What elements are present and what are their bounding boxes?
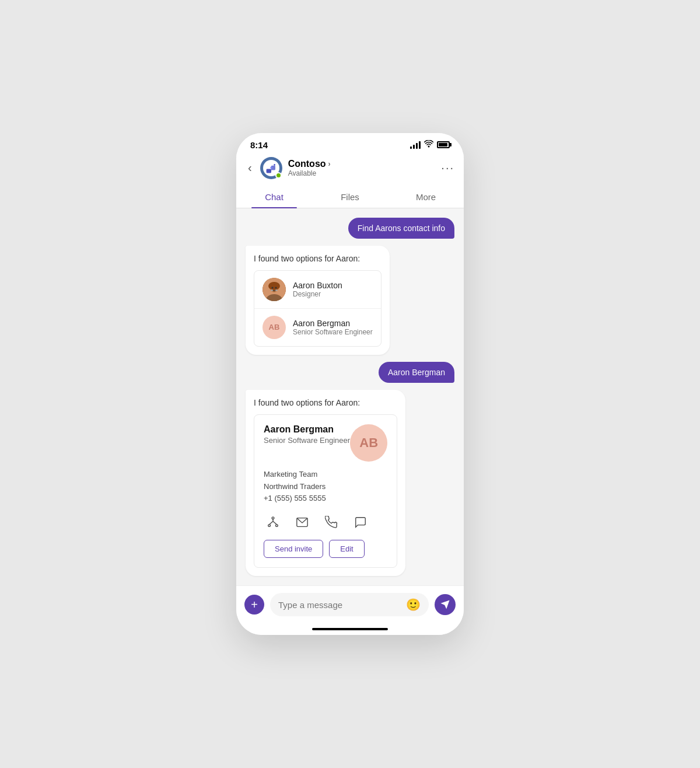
svg-point-12 bbox=[276, 525, 278, 527]
avatar-bergman-small: AB bbox=[262, 316, 286, 339]
large-contact-card: Aaron Bergman Senior Software Engineer A… bbox=[254, 414, 397, 568]
contact-avatar-wrap bbox=[260, 157, 282, 179]
svg-rect-9 bbox=[275, 289, 278, 291]
svg-point-10 bbox=[272, 517, 274, 519]
contact-chevron-icon: › bbox=[328, 160, 331, 168]
large-card-buttons: Send invite Edit bbox=[264, 540, 387, 558]
wifi-icon bbox=[424, 140, 433, 149]
send-invite-button[interactable]: Send invite bbox=[264, 540, 323, 558]
bot-reply-1: I found two options for Aaron: bbox=[246, 246, 390, 355]
large-card-details: Marketing Team Northwind Traders +1 (555… bbox=[264, 469, 387, 505]
contact-status: Available bbox=[288, 169, 331, 177]
large-card-header: Aaron Bergman Senior Software Engineer A… bbox=[264, 424, 387, 462]
tab-files[interactable]: Files bbox=[312, 186, 388, 208]
header: ‹ Contoso bbox=[236, 152, 464, 186]
phone-frame: 8:14 ‹ bbox=[236, 133, 464, 635]
contact-name-wrap: Contoso › Available bbox=[288, 159, 331, 177]
large-card-company: Northwind Traders bbox=[264, 481, 387, 493]
svg-point-6 bbox=[272, 287, 274, 288]
message-bar: + 🙂 bbox=[236, 585, 464, 628]
contact-item-buxton[interactable]: Aaron Buxton Designer bbox=[254, 271, 381, 309]
large-card-role: Senior Software Engineer bbox=[264, 436, 350, 445]
chat-icon[interactable] bbox=[351, 513, 370, 532]
home-bar bbox=[312, 628, 388, 630]
contact-info: Contoso › Available bbox=[260, 157, 436, 179]
status-bar: 8:14 bbox=[236, 133, 464, 152]
phone-icon[interactable] bbox=[322, 513, 341, 532]
large-card-avatar: AB bbox=[350, 424, 387, 462]
avatar-buxton bbox=[262, 278, 286, 301]
online-status-dot bbox=[275, 172, 282, 179]
contact-text-bergman: Aaron Bergman Senior Software Engineer bbox=[293, 319, 373, 336]
signal-icon bbox=[410, 141, 421, 149]
svg-rect-8 bbox=[271, 289, 273, 291]
more-options-button[interactable]: ··· bbox=[441, 161, 454, 174]
svg-line-14 bbox=[270, 521, 273, 525]
contact-text-buxton: Aaron Buxton Designer bbox=[293, 281, 342, 298]
large-card-info: Aaron Bergman Senior Software Engineer bbox=[264, 424, 350, 445]
add-attachment-button[interactable]: + bbox=[244, 595, 264, 615]
org-chart-icon[interactable] bbox=[264, 513, 282, 532]
svg-line-15 bbox=[273, 521, 276, 525]
email-icon[interactable] bbox=[293, 513, 312, 532]
svg-point-7 bbox=[275, 287, 277, 288]
user-message-1: Find Aarons contact info bbox=[348, 218, 454, 239]
send-button[interactable] bbox=[435, 594, 456, 615]
back-button[interactable]: ‹ bbox=[246, 159, 254, 177]
chat-area: Find Aarons contact info I found two opt… bbox=[236, 208, 464, 585]
svg-point-11 bbox=[268, 525, 271, 527]
large-card-phone: +1 (555) 555 5555 bbox=[264, 493, 387, 505]
status-time: 8:14 bbox=[250, 140, 268, 150]
tab-more[interactable]: More bbox=[388, 186, 464, 208]
emoji-button[interactable]: 🙂 bbox=[406, 598, 421, 612]
home-indicator bbox=[236, 628, 464, 635]
bot-intro-2: I found two options for Aaron: bbox=[254, 398, 397, 407]
svg-point-5 bbox=[268, 282, 280, 290]
contact-name[interactable]: Contoso › bbox=[288, 159, 331, 169]
large-card-name: Aaron Bergman bbox=[264, 424, 350, 435]
large-card-team: Marketing Team bbox=[264, 469, 387, 481]
message-input-wrap: 🙂 bbox=[270, 593, 429, 616]
edit-button[interactable]: Edit bbox=[329, 540, 364, 558]
message-input[interactable] bbox=[278, 600, 401, 610]
contact-action-icons bbox=[264, 513, 387, 532]
user-message-2: Aaron Bergman bbox=[379, 362, 454, 383]
contacts-card-1: Aaron Buxton Designer AB Aaron Bergman S… bbox=[254, 270, 382, 347]
bot-intro-1: I found two options for Aaron: bbox=[254, 254, 382, 263]
tab-chat[interactable]: Chat bbox=[236, 186, 312, 208]
tab-bar: Chat Files More bbox=[236, 186, 464, 208]
contact-item-bergman[interactable]: AB Aaron Bergman Senior Software Enginee… bbox=[254, 309, 381, 346]
status-icons bbox=[410, 140, 450, 149]
bot-reply-2: I found two options for Aaron: Aaron Ber… bbox=[246, 390, 405, 576]
battery-icon bbox=[437, 141, 450, 148]
